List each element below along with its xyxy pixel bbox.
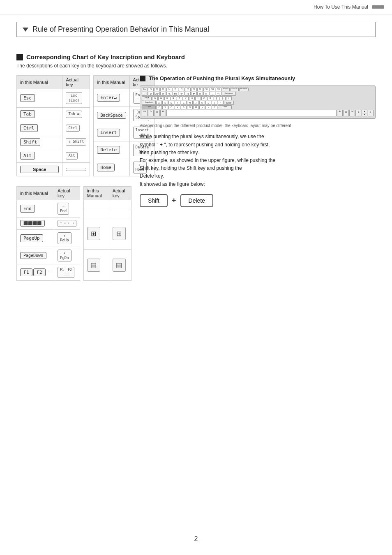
kb-key-f: F <box>175 101 180 105</box>
combo-key2: Delete <box>180 194 213 207</box>
key-delete-label: Delete <box>97 146 120 154</box>
table-row: ▤ ▤ <box>83 249 131 280</box>
plural-icon <box>140 76 145 81</box>
kb-key-quote: '" <box>218 101 224 105</box>
page-number: 2 <box>194 535 198 543</box>
kb-key-d: D <box>168 101 174 105</box>
kb-key-s: S <box>162 101 168 105</box>
table-row: PageUp ↑ PgUp <box>17 229 80 247</box>
key-esc-actual: Esc (Esc) <box>66 92 82 104</box>
kb-key-f5: F5 <box>173 88 178 91</box>
table-row: Ctrl Ctrl <box>17 121 90 135</box>
kb-key-enter: Enter <box>224 101 234 105</box>
kb-key-shift-left: ⇧ Shift <box>142 105 156 109</box>
key-combo: Shift + Delete <box>140 194 376 207</box>
combo-plus: + <box>172 196 176 205</box>
kb-key-equals: =+ <box>216 92 221 96</box>
table-row: PageDown ↓ PgDn <box>17 247 80 264</box>
key-arrows-label: ⬛⬛⬛⬛ <box>20 220 45 227</box>
kb-key-n: N <box>187 105 193 109</box>
key-pagedown-actual: ↓ PgDn <box>58 250 71 261</box>
kb-key-h: H <box>187 101 193 105</box>
kb-key-alt-right: Alt <box>337 110 343 117</box>
kb-key-f2: F2 <box>154 88 160 91</box>
table2-col1-header: in this Manual <box>94 76 129 89</box>
kb-key-win-right: ▤ <box>343 110 349 117</box>
kb-key-4: 4$ <box>166 92 172 96</box>
kb-key-ctrl-right: Ctrl <box>349 110 355 117</box>
kb-row-3: Tab ⇄ Q W E R T Y U I O P [{ ]} \| <box>142 96 374 100</box>
key-esc-label: Esc <box>20 94 35 102</box>
kb-row-1: Esc F1 F2 F3 F4 F5 F6 F7 F8 F9 F10 F11 F… <box>142 88 374 91</box>
key-app-icon: ▤ <box>87 259 100 272</box>
plural-desc-line4: For example, as showed in the upper figu… <box>140 157 275 163</box>
kb-key-c: C <box>168 105 174 109</box>
main-content: Corresponding Chart of Key Inscription a… <box>0 41 392 303</box>
kb-key-f12: F12 <box>216 88 221 91</box>
kb-key-w: W <box>158 96 164 100</box>
header-tab <box>372 5 384 9</box>
kb-key-arrow-right: ► <box>368 110 374 117</box>
key-space-actual <box>66 168 86 171</box>
kb-key-f7: F7 <box>185 88 191 91</box>
kb-key-5: 5% <box>173 92 178 96</box>
table-row: ⊞ ⊞ <box>83 218 131 249</box>
plural-desc: While pushing the plural keys simultaneo… <box>140 133 376 188</box>
kb-key-f10: F10 <box>203 88 209 91</box>
left-column: in this Manual Actual key Esc Esc (Esc) … <box>16 75 131 287</box>
key-table-3: in this Manual Actual key End → End ⬛⬛⬛⬛ <box>16 186 80 281</box>
key-pagedown-label: PageDown <box>20 252 46 259</box>
kb-key-9: 9( <box>197 92 203 96</box>
kb-key-2: 2@ <box>154 92 160 96</box>
table-row: F1F2… F1 F2 ... <box>17 264 80 281</box>
table-row <box>83 209 131 218</box>
key-win-actual: ⊞ <box>113 227 126 240</box>
kb-key-0: 0) <box>203 92 209 96</box>
table1-col2-header: Actual key <box>62 76 90 89</box>
kb-key-arrow-up-down: ▲ ▼ <box>362 110 367 117</box>
kb-key-alt-left: Alt <box>160 110 166 117</box>
kb-row-6: Ctrl Fn ⊞ Alt Alt ▤ Ctrl ◄ ▲ ▼ ► <box>142 110 374 117</box>
plural-section: The Operation of Pushing the Plural Keys… <box>140 75 376 207</box>
kb-key-x: X <box>162 105 168 109</box>
two-col-layout: in this Manual Actual key Esc Esc (Esc) … <box>16 75 376 287</box>
kb-key-f8: F8 <box>191 88 197 91</box>
key-end-actual: → End <box>58 203 69 215</box>
kb-key-ctrl-left: Ctrl <box>142 110 148 117</box>
section1-title: Corresponding Chart of Key Inscription a… <box>26 53 185 60</box>
header-title: How To Use This Manual <box>314 4 368 10</box>
section1-heading-container: Corresponding Chart of Key Inscription a… <box>16 53 376 60</box>
right-column: The Operation of Pushing the Plural Keys… <box>140 75 376 287</box>
table-row: ⬛⬛⬛⬛ ↑ ↓ ← → <box>17 217 80 229</box>
title-section: Rule of Presenting Operation Behavior in… <box>16 22 376 37</box>
kb-key-print: Print Scrn <box>222 88 230 91</box>
kb-key-z: Z <box>156 105 162 109</box>
kb-key-y: Y <box>183 96 189 100</box>
kb-key-e: E <box>164 96 170 100</box>
key-tab-label: Tab <box>20 110 35 118</box>
kb-key-semicolon: ;: <box>212 101 217 105</box>
kb-key-3: 3# <box>160 92 166 96</box>
table-row <box>83 200 131 209</box>
table-row: Esc Esc (Esc) <box>17 89 90 108</box>
key-space-label: Space <box>20 166 59 173</box>
kb-key-f11: F11 <box>210 88 215 91</box>
kb-key-minus: -_ <box>210 92 215 96</box>
kb-key-slash: /? <box>212 105 217 109</box>
table3-col2-header: Actual key <box>54 186 80 200</box>
kb-key-g: G <box>181 101 187 105</box>
kb-key-lbracket: [{ <box>214 96 219 100</box>
kb-key-o: O <box>201 96 207 100</box>
kb-key-v: V <box>175 105 180 109</box>
kb-key-t: T <box>177 96 182 100</box>
plural-desc-line2: symbol " + ", to represent pushing and h… <box>140 142 270 148</box>
key-shift-actual: ⇧ Shift <box>66 138 86 146</box>
kb-key-u: U <box>189 96 195 100</box>
key-shift-label: Shift <box>20 138 40 146</box>
kb-key-backslash: \| <box>226 96 232 100</box>
key-arrows-actual: ↑ ↓ ← → <box>58 220 76 227</box>
plural-desc-line7: It showed as the figure below: <box>140 181 205 187</box>
plural-desc-line6: Delete key. <box>140 173 164 179</box>
kb-key-backtick: `~ <box>142 92 148 96</box>
kb-key-comma: ,< <box>199 105 205 109</box>
